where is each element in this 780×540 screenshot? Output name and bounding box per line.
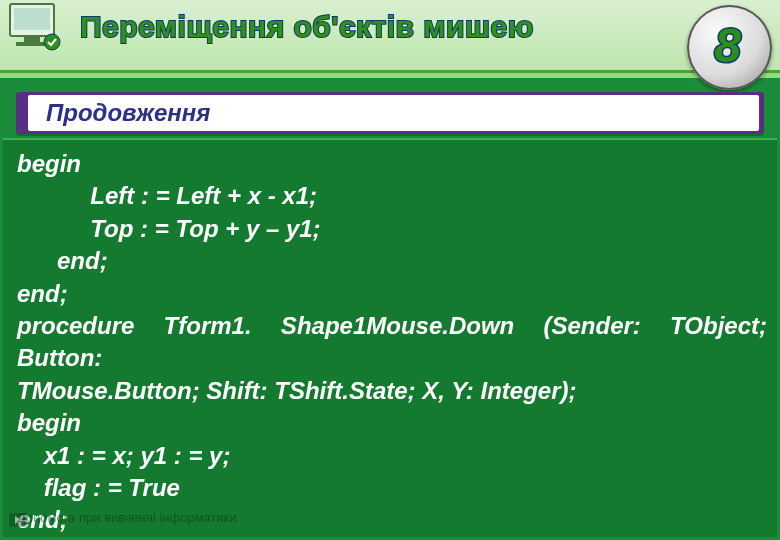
svg-rect-2 — [24, 36, 40, 42]
subheader-label: Продовження — [28, 95, 759, 131]
footer-text: Допомога при вивченні інформатики — [17, 509, 237, 527]
page-title: Переміщення об'єктів мишею — [80, 10, 534, 44]
header-band: Переміщення об'єктів мишею — [0, 0, 780, 73]
section-badge: 8 — [687, 5, 772, 90]
code-line: begin — [17, 148, 767, 180]
code-line: x1 : = x; y1 : = y; — [17, 440, 767, 472]
code-line: TMouse.Button; Shift: TShift.State; X, Y… — [17, 375, 767, 407]
code-line: begin — [17, 407, 767, 439]
code-line: end; — [17, 245, 767, 277]
subheader-bar: Продовження — [16, 92, 764, 134]
svg-rect-3 — [16, 42, 48, 46]
code-panel: begin Left : = Left + x - x1; Top : = To… — [3, 138, 777, 537]
code-line: Left : = Left + x - x1; — [17, 180, 767, 212]
code-line: Top : = Top + y – y1; — [17, 213, 767, 245]
slide: Переміщення об'єктів мишею 8 Продовження… — [0, 0, 780, 540]
code-line: end; — [17, 278, 767, 310]
code-line: procedure Tform1. Shape1Mouse.Down (Send… — [17, 310, 767, 375]
svg-point-4 — [44, 34, 60, 50]
svg-rect-1 — [14, 8, 50, 30]
section-number: 8 — [714, 18, 741, 73]
code-line: flag : = True — [17, 472, 767, 504]
monitor-icon — [4, 2, 64, 54]
